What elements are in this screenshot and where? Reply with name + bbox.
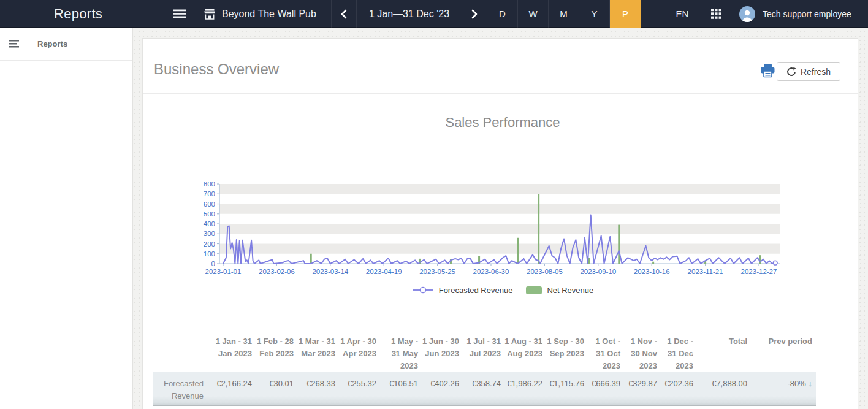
refresh-icon [786, 67, 796, 77]
x-tick-label: 2023-03-14 [312, 268, 348, 275]
table-value-cell: €106.51 [380, 372, 422, 405]
table-header-cell: 1 Mar - 31 Mar 2023 [297, 327, 339, 372]
y-tick-label: 800 [204, 180, 215, 188]
table-value-cell: €202.36 [661, 372, 697, 405]
refresh-button[interactable]: Refresh [777, 62, 840, 81]
sales-performance-table: 1 Jan - 31 Jan 20231 Feb - 28 Feb 20231 … [153, 327, 816, 406]
net-revenue-bar [310, 254, 312, 264]
row-label-cell: Forecasted Revenue [153, 372, 207, 405]
next-period-button[interactable] [462, 0, 487, 28]
refresh-label: Refresh [801, 67, 831, 77]
table-value-cell: €255.32 [339, 372, 380, 405]
table-row: Forecasted Revenue€2,166.24€30.01€268.33… [153, 372, 816, 405]
table-value-cell: €1,115.76 [546, 372, 588, 405]
legend-label: Net Revenue [547, 286, 593, 295]
chart-title: Sales Performance [153, 115, 853, 131]
period-button-d[interactable]: D [487, 0, 518, 28]
table-header-cell: 1 May - 31 May 2023 [380, 327, 422, 372]
table-header-cell: 1 Jun - 30 Jun 2023 [422, 327, 463, 372]
table-value-cell: €7,888.00 [697, 372, 751, 405]
y-tick-label: 700 [204, 190, 215, 197]
user-avatar[interactable] [739, 0, 755, 28]
table-header-row: 1 Jan - 31 Jan 20231 Feb - 28 Feb 20231 … [153, 327, 816, 372]
apps-grid-icon[interactable] [709, 0, 723, 28]
content-panel: Business Overview Refresh Sales Performa… [142, 38, 858, 409]
chart-stripe [219, 224, 780, 234]
language-selector[interactable]: EN [672, 0, 693, 28]
x-tick-label: 2023-09-10 [580, 268, 616, 275]
previous-period-button[interactable] [331, 0, 357, 28]
table-value-cell: €666.39 [588, 372, 624, 405]
table-header-cell: 1 Jul - 31 Jul 2023 [463, 327, 504, 372]
sidebar-collapse-button[interactable] [0, 28, 28, 60]
y-tick-label: 200 [204, 240, 215, 248]
user-name[interactable]: Tech support employee [763, 0, 851, 28]
person-icon [739, 7, 755, 22]
y-tick-label: 100 [204, 250, 215, 258]
table-header-cell: 1 Feb - 28 Feb 2023 [256, 327, 297, 372]
period-button-p[interactable]: P [610, 0, 641, 28]
store-name: Beyond The Wall Pub [222, 9, 316, 20]
table-value-cell: €358.74 [463, 372, 504, 405]
panel-header: Business Overview Refresh [143, 39, 858, 94]
period-button-y[interactable]: Y [579, 0, 610, 28]
avatar[interactable] [739, 6, 755, 22]
period-button-w[interactable]: W [518, 0, 549, 28]
app-title: Reports [54, 0, 102, 28]
store-selector[interactable]: Beyond The Wall Pub [204, 0, 316, 28]
x-tick-label: 2023-08-05 [527, 268, 563, 275]
x-tick-label: 2023-12-27 [741, 268, 777, 275]
y-tick-label: 400 [204, 220, 215, 227]
y-tick-label: 600 [204, 201, 215, 208]
net-revenue-bar [618, 225, 620, 264]
page-title: Business Overview [154, 61, 279, 78]
net-revenue-bar [760, 255, 761, 264]
hamburger-menu-icon[interactable] [171, 0, 188, 28]
y-tick-label: 0 [211, 260, 215, 267]
table-value-cell: -80% ↓ [751, 372, 816, 405]
period-button-m[interactable]: M [549, 0, 579, 28]
forecasted-revenue-line [223, 215, 775, 264]
x-tick-label: 2023-10-16 [634, 268, 670, 275]
y-tick-label: 500 [204, 210, 215, 218]
print-button[interactable] [760, 64, 775, 78]
net-revenue-bar [652, 262, 654, 264]
x-tick-label: 2023-05-25 [419, 268, 455, 275]
chart-stripe [219, 244, 780, 254]
x-tick-label: 2023-01-01 [205, 268, 242, 275]
table-value-cell: €30.01 [256, 372, 297, 405]
line-point-marker [773, 261, 777, 265]
table-header-cell: Prev period [751, 327, 816, 372]
table-header-cell: Total [697, 327, 751, 372]
table-header-cell: 1 Sep - 30 Sep 2023 [546, 327, 588, 372]
chevron-left-icon [340, 9, 348, 19]
storefront-icon [204, 9, 216, 20]
y-tick-label: 300 [204, 230, 215, 237]
table-header-cell-empty [153, 327, 207, 372]
chevron-right-icon [471, 9, 478, 19]
top-header-bar: Reports Beyond The Wall Pub 1 Jan—31 Dec… [0, 0, 868, 28]
table-header-cell: 1 Dec - 31 Dec 2023 [661, 327, 697, 372]
period-button-group: DWMYP [487, 0, 641, 28]
sales-performance-chart: 01002003004005006007008002023-01-012023-… [153, 177, 853, 283]
table-value-cell: €329.87 [624, 372, 661, 405]
date-range-display[interactable]: 1 Jan—31 Dec '23 [357, 0, 462, 28]
table-header-cell: 1 Jan - 31 Jan 2023 [207, 327, 256, 372]
x-tick-label: 2023-02-06 [259, 268, 295, 275]
report-table-container: 1 Jan - 31 Jan 20231 Feb - 28 Feb 20231 … [153, 327, 816, 406]
bar-swatch-icon [526, 286, 542, 294]
legend-item-net-revenue[interactable]: Net Revenue [526, 286, 593, 295]
sidebar-header: Reports [0, 28, 132, 61]
x-tick-label: 2023-11-21 [688, 268, 723, 275]
chart-stripe [219, 204, 780, 214]
sidebar-item-reports[interactable]: Reports [28, 28, 67, 60]
legend-item-forecasted-revenue[interactable]: Forecasted Revenue [412, 286, 513, 295]
printer-icon [760, 64, 775, 78]
grid-3x3-icon [711, 9, 721, 19]
table-value-cell: €268.33 [297, 372, 339, 405]
table-value-cell: €2,166.24 [207, 372, 256, 405]
net-revenue-bar [538, 194, 539, 264]
sidebar: Reports Syrve App ver: 8.7.5.78660 [0, 28, 133, 409]
chart-stripe [219, 184, 780, 194]
list-menu-icon [9, 40, 19, 48]
